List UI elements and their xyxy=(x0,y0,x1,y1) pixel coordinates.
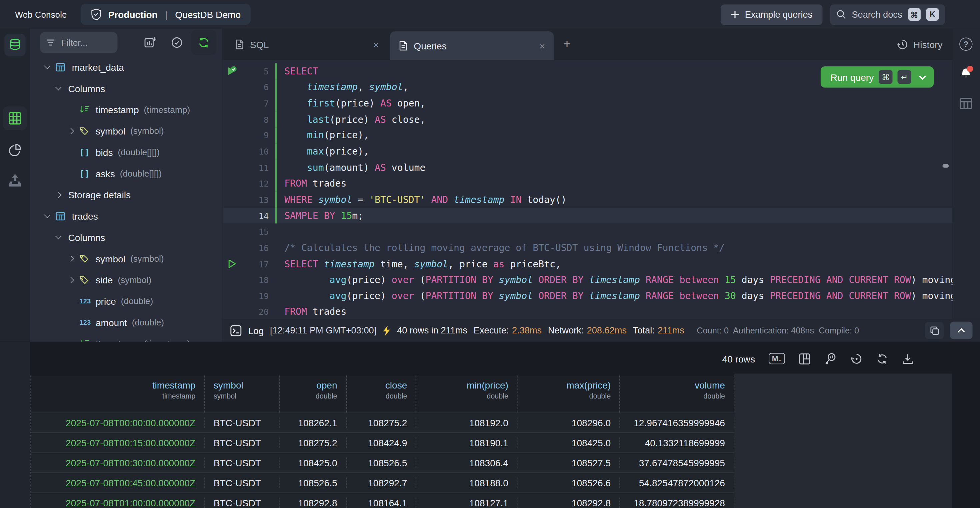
table-row-0[interactable]: 2025-07-08T00:00:00.000000ZBTC-USDT10826… xyxy=(31,413,734,433)
table-cell[interactable]: BTC-USDT xyxy=(205,438,280,448)
tree-item-amount[interactable]: 123amount(double) xyxy=(30,312,223,333)
select-tables-button[interactable] xyxy=(164,30,189,55)
table-cell[interactable]: 108275.2 xyxy=(280,438,346,448)
close-tab-icon[interactable]: × xyxy=(540,40,545,51)
tree-item-Columns[interactable]: Columns xyxy=(30,78,223,99)
table-cell[interactable]: 40.1332118699999 xyxy=(620,438,734,448)
run-line-icon[interactable] xyxy=(223,259,241,268)
help-button[interactable]: ? xyxy=(959,38,972,51)
editor-line-19[interactable]: 19 avg(price) over (PARTITION BY symbol … xyxy=(223,288,953,304)
table-cell[interactable]: 2025-07-08T01:00:00.000000Z xyxy=(31,498,205,508)
notifications-button[interactable] xyxy=(959,68,972,80)
table-cell[interactable]: 108192.0 xyxy=(417,417,518,428)
table-cell[interactable]: 108526.5 xyxy=(347,458,417,468)
tree-item-trades[interactable]: trades xyxy=(30,205,223,227)
table-cell[interactable]: BTC-USDT xyxy=(205,478,280,488)
tab-sql[interactable]: SQL × xyxy=(226,29,388,60)
run-query-button[interactable]: Run query ⌘ ↵ xyxy=(820,66,934,88)
editor-line-7[interactable]: 7 first(price) AS open, xyxy=(223,96,953,112)
tree-item-market_data[interactable]: market_data xyxy=(30,56,223,78)
chevron-down-icon[interactable] xyxy=(56,236,67,239)
table-row-4[interactable]: 2025-07-08T01:00:00.000000ZBTC-USDT10829… xyxy=(31,493,734,508)
editor-line-18[interactable]: 18 avg(price) over (PARTITION BY symbol … xyxy=(223,272,953,288)
table-cell[interactable]: 108188.0 xyxy=(417,478,518,488)
tree-item-bids[interactable]: []bids(double[][]) xyxy=(30,142,223,163)
table-row-3[interactable]: 2025-07-08T00:45:00.000000ZBTC-USDT10852… xyxy=(31,473,734,493)
table-cell[interactable]: 108275.2 xyxy=(347,417,417,428)
editor-line-10[interactable]: 10 max(price), xyxy=(223,144,953,160)
chevron-down-icon[interactable] xyxy=(45,66,56,69)
tables-panel-button[interactable] xyxy=(4,34,25,56)
table-cell[interactable]: 108292.8 xyxy=(518,498,620,508)
chevron-right-icon[interactable] xyxy=(68,128,80,133)
table-cell[interactable]: 108526.6 xyxy=(518,478,620,488)
table-cell[interactable]: 37.67478545999995 xyxy=(620,458,734,468)
table-cell[interactable]: 18.780972389999928 xyxy=(620,498,734,508)
tree-item-symbol[interactable]: symbol(symbol) xyxy=(30,120,223,142)
inspect-data-button[interactable] xyxy=(824,353,837,365)
editor-line-9[interactable]: 9 min(price), xyxy=(223,128,953,144)
editor-scrollbar-thumb[interactable] xyxy=(943,164,949,168)
table-row-2[interactable]: 2025-07-08T00:30:00.000000ZBTC-USDT10842… xyxy=(31,453,734,473)
editor-line-13[interactable]: 13WHERE symbol = 'BTC-USDT' AND timestam… xyxy=(223,192,953,208)
editor-line-17[interactable]: 17SELECT timestamp time, symbol, price a… xyxy=(223,256,953,272)
tree-item-price[interactable]: 123price(double) xyxy=(30,291,223,312)
table-cell[interactable]: 108164.1 xyxy=(347,498,417,508)
editor-line-11[interactable]: 11 sum(amount) AS volume xyxy=(223,160,953,176)
editor-line-20[interactable]: 20FROM trades xyxy=(223,304,953,319)
grid-view-button[interactable] xyxy=(3,107,27,130)
table-cell[interactable]: 108424.9 xyxy=(347,438,417,448)
chevron-right-icon[interactable] xyxy=(68,278,80,282)
table-cell[interactable]: 108527.5 xyxy=(518,458,620,468)
editor-line-8[interactable]: 8 last(price) AS close, xyxy=(223,112,953,128)
table-cell[interactable]: BTC-USDT xyxy=(205,498,280,508)
editor-line-15[interactable]: 15 xyxy=(223,224,953,240)
tree-item-timestamp[interactable]: timestamp(timestamp) xyxy=(30,99,223,120)
download-results-button[interactable] xyxy=(902,353,914,365)
run-options-chevron-icon[interactable] xyxy=(919,72,926,80)
refresh-schema-button[interactable] xyxy=(191,30,216,55)
create-table-panel-button[interactable] xyxy=(959,98,972,110)
table-cell[interactable]: 108306.4 xyxy=(417,458,518,468)
new-tab-button[interactable]: + xyxy=(563,37,571,51)
search-docs-button[interactable]: Search docs ⌘ K xyxy=(830,4,945,25)
column-header-min(price)[interactable]: min(price)double xyxy=(417,375,518,412)
markdown-export-button[interactable]: M↓ xyxy=(768,353,785,364)
table-cell[interactable]: 108262.1 xyxy=(280,417,346,428)
table-cell[interactable]: 108425.0 xyxy=(280,458,346,468)
chevron-right-icon[interactable] xyxy=(68,256,80,261)
table-cell[interactable]: 108292.7 xyxy=(347,478,417,488)
table-cell[interactable]: 2025-07-08T00:15:00.000000Z xyxy=(31,438,205,448)
sql-editor[interactable]: 5SELECT6 timestamp, symbol,7 first(price… xyxy=(223,60,953,319)
filter-input[interactable] xyxy=(60,37,110,48)
history-button[interactable]: History xyxy=(897,29,942,60)
layout-columns-button[interactable] xyxy=(799,353,811,365)
column-header-max(price)[interactable]: max(price)double xyxy=(518,375,620,412)
table-cell[interactable]: 2025-07-08T00:30:00.000000Z xyxy=(31,458,205,468)
tree-item-side[interactable]: side(symbol) xyxy=(30,269,223,291)
create-table-button[interactable] xyxy=(138,30,163,55)
chevron-down-icon[interactable] xyxy=(56,87,67,90)
editor-line-16[interactable]: 16/* Calculates the rolling moving avera… xyxy=(223,240,953,256)
column-header-timestamp[interactable]: timestamptimestamp xyxy=(31,375,205,412)
query-success-icon[interactable] xyxy=(223,66,241,77)
table-cell[interactable]: BTC-USDT xyxy=(205,417,280,428)
chevron-down-icon[interactable] xyxy=(45,215,56,217)
column-header-symbol[interactable]: symbolsymbol xyxy=(205,375,280,412)
refresh-results-button[interactable] xyxy=(877,353,888,365)
tree-item-symbol[interactable]: symbol(symbol) xyxy=(30,248,223,269)
table-cell[interactable]: 54.82547872000126 xyxy=(620,478,734,488)
table-cell[interactable]: 108190.1 xyxy=(417,438,518,448)
editor-line-12[interactable]: 12FROM trades xyxy=(223,176,953,192)
restore-query-button[interactable] xyxy=(851,353,863,365)
table-row-1[interactable]: 2025-07-08T00:15:00.000000ZBTC-USDT10827… xyxy=(31,433,734,453)
table-cell[interactable]: 108292.8 xyxy=(280,498,346,508)
table-cell[interactable]: 2025-07-08T00:00:00.000000Z xyxy=(31,417,205,428)
tree-item-Storage details[interactable]: Storage details xyxy=(30,184,223,205)
chart-view-button[interactable] xyxy=(8,143,23,158)
column-header-open[interactable]: opendouble xyxy=(280,375,346,412)
filter-input-wrapper[interactable] xyxy=(40,32,118,53)
table-cell[interactable]: 2025-07-08T00:45:00.000000Z xyxy=(31,478,205,488)
table-cell[interactable]: 108425.0 xyxy=(518,438,620,448)
table-cell[interactable]: 108526.5 xyxy=(280,478,346,488)
